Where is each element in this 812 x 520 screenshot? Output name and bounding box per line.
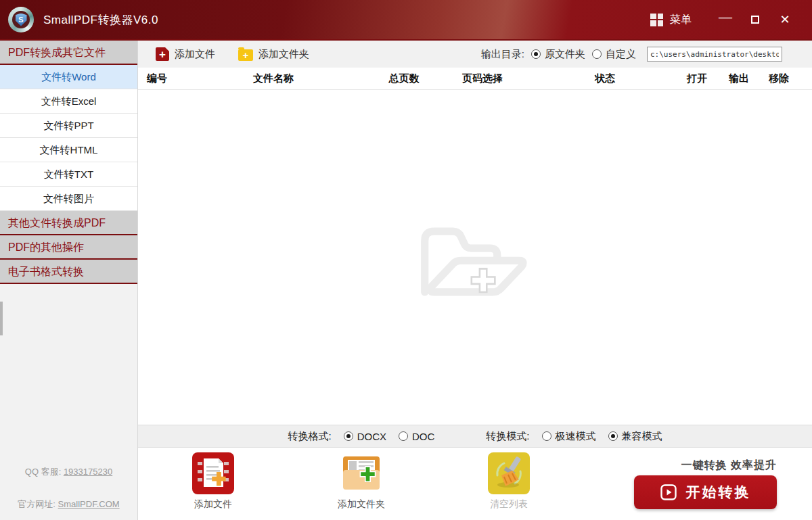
slogan-text: 一键转换 效率提升 xyxy=(681,458,777,473)
qq-support-link[interactable]: 1933175230 xyxy=(64,467,112,477)
add-folder-action[interactable]: 添加文件夹 xyxy=(324,452,399,511)
qq-support: QQ 客服: 1933175230 xyxy=(0,466,137,478)
add-folder-icon: + xyxy=(238,49,253,61)
start-convert-button[interactable]: 开始转换 xyxy=(634,475,777,509)
col-number: 编号 xyxy=(147,72,167,85)
toolbar: + 添加文件 + 添加文件夹 输出目录: 原文件夹 自定义 xyxy=(138,41,812,68)
minimize-button[interactable]: — xyxy=(710,8,740,31)
radio-checked-icon xyxy=(531,49,541,59)
qq-support-label: QQ 客服: xyxy=(25,467,61,477)
format-label: 转换格式: xyxy=(288,430,331,443)
add-file-icon: + xyxy=(156,47,169,61)
mode-label: 转换模式: xyxy=(486,430,529,443)
format-bar: 转换格式: DOCX DOC 转换模式: 极速模式 兼容模式 xyxy=(138,425,812,448)
empty-folder-icon xyxy=(411,214,539,302)
sidebar-section-other-to-pdf[interactable]: 其他文件转换成PDF xyxy=(0,211,137,235)
play-icon xyxy=(660,484,677,500)
add-folder-big-icon xyxy=(340,452,382,494)
main-panel: + 添加文件 + 添加文件夹 输出目录: 原文件夹 自定义 xyxy=(138,41,812,520)
app-logo-icon: S xyxy=(8,7,34,32)
output-path-input[interactable] xyxy=(647,47,782,62)
official-site: 官方网址: SmallPDF.COM xyxy=(0,498,137,511)
mode-compatible-radio[interactable]: 兼容模式 xyxy=(608,430,662,443)
add-file-big-icon xyxy=(192,452,234,494)
titlebar: S SmallPDF转换器V6.0 菜单 — ✕ xyxy=(0,0,812,39)
clear-list-action-label: 清空列表 xyxy=(490,498,528,511)
output-dir-label: 输出目录: xyxy=(481,48,524,61)
sidebar-item-to-txt[interactable]: 文件转TXT xyxy=(0,162,137,187)
col-pages: 总页数 xyxy=(389,72,420,85)
clear-list-broom-icon xyxy=(488,452,530,494)
col-remove: 移除 xyxy=(769,72,789,85)
radio-unchecked-icon xyxy=(399,431,408,441)
col-open: 打开 xyxy=(687,72,707,85)
sidebar-section-pdf-to-other[interactable]: PDF转换成其它文件 xyxy=(0,41,137,65)
radio-unchecked-icon xyxy=(542,431,551,441)
action-bar: 添加文件 添加文件夹 xyxy=(138,448,812,520)
add-folder-label: 添加文件夹 xyxy=(258,48,309,61)
close-button[interactable]: ✕ xyxy=(770,8,800,31)
output-custom-radio[interactable]: 自定义 xyxy=(592,48,636,61)
add-file-action[interactable]: 添加文件 xyxy=(176,452,250,511)
file-table-header: 编号 文件名称 总页数 页码选择 状态 打开 输出 移除 xyxy=(138,68,812,90)
format-docx-radio[interactable]: DOCX xyxy=(344,431,386,442)
add-file-action-label: 添加文件 xyxy=(194,498,232,511)
sidebar-item-to-html[interactable]: 文件转HTML xyxy=(0,138,137,162)
radio-checked-icon xyxy=(608,431,618,441)
sidebar-item-to-word[interactable]: 文件转Word xyxy=(0,65,137,89)
file-list-drop-area[interactable] xyxy=(138,90,812,425)
start-convert-label: 开始转换 xyxy=(686,483,751,502)
radio-unchecked-icon xyxy=(592,49,602,59)
add-file-label: 添加文件 xyxy=(175,48,215,61)
clear-list-action[interactable]: 清空列表 xyxy=(472,452,546,511)
sidebar-section-pdf-ops[interactable]: PDF的其他操作 xyxy=(0,235,137,260)
col-filename: 文件名称 xyxy=(253,72,294,85)
mode-fast-radio[interactable]: 极速模式 xyxy=(542,430,596,443)
sidebar-section-ebook[interactable]: 电子书格式转换 xyxy=(0,260,137,284)
sidebar-scrollbar[interactable] xyxy=(0,302,3,335)
output-original-radio[interactable]: 原文件夹 xyxy=(531,48,585,61)
menu-button[interactable]: 菜单 xyxy=(670,13,692,27)
format-doc-radio[interactable]: DOC xyxy=(399,431,434,442)
add-folder-action-label: 添加文件夹 xyxy=(338,498,385,511)
add-file-button[interactable]: + 添加文件 xyxy=(156,47,215,61)
official-site-link[interactable]: SmallPDF.COM xyxy=(58,499,120,509)
sidebar: PDF转换成其它文件 文件转Word 文件转Excel 文件转PPT 文件转HT… xyxy=(0,41,138,520)
maximize-button[interactable] xyxy=(740,8,770,31)
sidebar-item-to-excel[interactable]: 文件转Excel xyxy=(0,89,137,114)
radio-checked-icon xyxy=(344,431,353,441)
sidebar-item-to-ppt[interactable]: 文件转PPT xyxy=(0,114,137,138)
col-output: 输出 xyxy=(729,72,749,85)
add-folder-button[interactable]: + 添加文件夹 xyxy=(238,47,309,61)
app-title: SmallPDF转换器V6.0 xyxy=(43,12,158,28)
official-site-label: 官方网址: xyxy=(18,499,55,509)
sidebar-item-to-image[interactable]: 文件转图片 xyxy=(0,187,137,211)
menu-grid-icon[interactable] xyxy=(650,14,663,26)
col-status: 状态 xyxy=(595,72,615,85)
col-page-select: 页码选择 xyxy=(462,72,503,85)
